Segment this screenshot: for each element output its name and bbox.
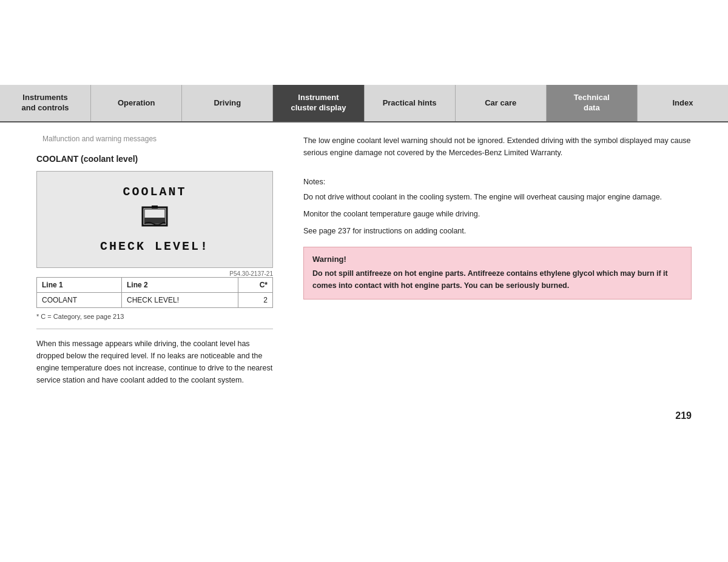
warning-box: Warning! Do not spill antifreeze on hot … <box>303 247 692 299</box>
nav-bar: Instruments and controls Operation Drivi… <box>0 85 728 122</box>
section-title: COOLANT (coolant level) <box>36 154 273 164</box>
notes-label: Notes: <box>303 178 692 186</box>
page-content: Malfunction and warning messages COOLANT… <box>0 122 728 398</box>
left-column: Malfunction and warning messages COOLANT… <box>36 135 273 386</box>
col-header-line1: Line 1 <box>37 278 122 293</box>
warning-text: Do not spill antifreeze on hot engine pa… <box>312 267 682 292</box>
warning-title: Warning! <box>312 255 682 264</box>
note-3: See page 237 for instructions on adding … <box>303 225 692 237</box>
instrument-display: COOLANT CHECK LEVEL! <box>36 171 273 268</box>
display-line1: COOLANT <box>49 184 260 201</box>
tab-technical-data[interactable]: Technical data <box>547 85 638 121</box>
tab-instrument-cluster[interactable]: Instrument cluster display <box>273 85 364 121</box>
tab-driving[interactable]: Driving <box>182 85 273 121</box>
body-text: When this message appears while driving,… <box>36 338 273 386</box>
table-row: COOLANT CHECK LEVEL! 2 <box>37 293 273 308</box>
tab-index[interactable]: Index <box>638 85 728 121</box>
note-2: Monitor the coolant temperature gauge wh… <box>303 208 692 220</box>
tab-car-care[interactable]: Car care <box>456 85 547 121</box>
breadcrumb: Malfunction and warning messages <box>36 135 273 143</box>
cell-line2: CHECK LEVEL! <box>122 293 238 308</box>
intro-text: The low engine coolant level warning sho… <box>303 135 692 159</box>
cell-line1: COOLANT <box>37 293 122 308</box>
note-1: Do not drive without coolant in the cool… <box>303 191 692 203</box>
svg-rect-3 <box>152 206 158 209</box>
col-header-line2: Line 2 <box>122 278 238 293</box>
right-column: The low engine coolant level warning sho… <box>291 135 692 386</box>
tab-practical-hints[interactable]: Practical hints <box>365 85 456 121</box>
tab-instruments[interactable]: Instruments and controls <box>0 85 91 121</box>
coolant-icon <box>136 204 173 235</box>
page-number: 219 <box>0 398 728 433</box>
display-ref: P54.30-2137-21 <box>36 270 273 277</box>
divider <box>36 329 273 329</box>
table-footnote: * C = Category, see page 213 <box>36 313 273 320</box>
display-line2: CHECK LEVEL! <box>49 238 260 255</box>
cell-category: 2 <box>238 293 273 308</box>
col-header-category: C* <box>238 278 273 293</box>
tab-operation[interactable]: Operation <box>91 85 182 121</box>
warning-table: Line 1 Line 2 C* COOLANT CHECK LEVEL! 2 <box>36 277 273 308</box>
